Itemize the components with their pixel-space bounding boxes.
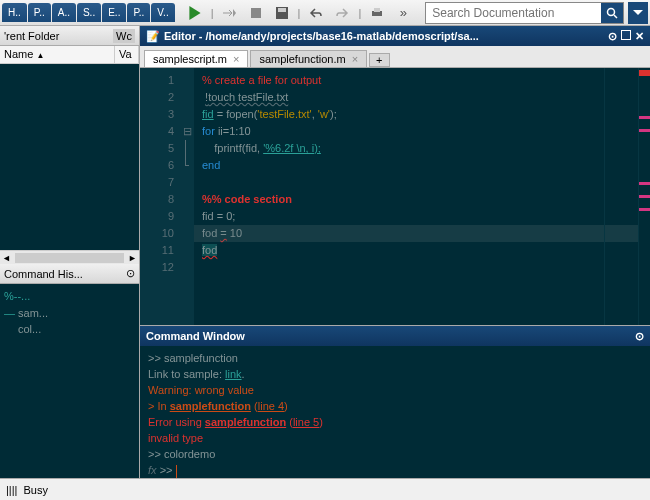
close-tab-icon[interactable]: × bbox=[352, 53, 358, 65]
col-value[interactable]: Va bbox=[115, 46, 139, 63]
file-tab[interactable]: samplefunction.m× bbox=[250, 50, 367, 67]
folder-tree[interactable] bbox=[0, 64, 139, 250]
fold-gutter[interactable]: ⊟ bbox=[180, 68, 194, 325]
folder-columns[interactable]: Name ▲ Va bbox=[0, 46, 139, 64]
tab-apps[interactable]: A.. bbox=[52, 3, 76, 22]
svg-rect-2 bbox=[278, 8, 286, 12]
tab-view[interactable]: V.. bbox=[151, 3, 174, 22]
folder-panel-title: 'rent Folder Wc bbox=[0, 26, 139, 46]
status-bar: |||| Busy bbox=[0, 478, 650, 500]
file-tabs: samplescript.m× samplefunction.m× + bbox=[140, 46, 650, 68]
save-button[interactable] bbox=[272, 3, 292, 23]
svg-line-6 bbox=[614, 15, 617, 18]
run-button[interactable] bbox=[185, 3, 205, 23]
tab-shortcuts[interactable]: S.. bbox=[77, 3, 101, 22]
gear-icon[interactable]: ⊙ bbox=[608, 30, 617, 43]
search-box[interactable] bbox=[425, 2, 624, 24]
history-item[interactable]: %--... bbox=[4, 288, 135, 305]
file-tab-active[interactable]: samplescript.m× bbox=[144, 50, 248, 67]
print-button[interactable] bbox=[367, 3, 387, 23]
tab-publish[interactable]: P.. bbox=[127, 3, 150, 22]
separator: | bbox=[298, 7, 301, 19]
editor-title: Editor - /home/andy/projects/base16-matl… bbox=[164, 30, 479, 42]
svg-rect-0 bbox=[251, 8, 261, 18]
command-window-header: Command Window ⊙ bbox=[140, 326, 650, 346]
search-input[interactable] bbox=[426, 6, 601, 20]
maximize-icon[interactable] bbox=[621, 30, 631, 40]
layout-menu[interactable] bbox=[628, 2, 648, 24]
stop-button[interactable] bbox=[246, 3, 266, 23]
history-item[interactable]: col... bbox=[4, 321, 135, 338]
minimap[interactable] bbox=[638, 68, 650, 325]
folder-scrollbar[interactable]: ◄► bbox=[0, 250, 139, 264]
tab-editor[interactable]: E.. bbox=[102, 3, 126, 22]
main-tabs: H.. P.. A.. S.. E.. P.. V.. bbox=[0, 3, 177, 22]
status-text: Busy bbox=[23, 484, 47, 496]
gear-icon[interactable]: ⊙ bbox=[126, 267, 135, 280]
undo-button[interactable] bbox=[306, 3, 326, 23]
command-window[interactable]: >> samplefunction Link to sample: link. … bbox=[140, 346, 650, 478]
editor-header: 📝 Editor - /home/andy/projects/base16-ma… bbox=[140, 26, 650, 46]
gear-icon[interactable]: ⊙ bbox=[635, 330, 644, 343]
redo-button[interactable] bbox=[332, 3, 352, 23]
history-item[interactable]: — sam... bbox=[4, 305, 135, 322]
col-name[interactable]: Name ▲ bbox=[0, 46, 115, 63]
separator: | bbox=[358, 7, 361, 19]
tab-plots[interactable]: P.. bbox=[28, 3, 51, 22]
editor-area[interactable]: 123456789101112 ⊟ % create a file for ou… bbox=[140, 68, 650, 325]
command-history[interactable]: %--... — sam... col... bbox=[0, 284, 139, 478]
more-button[interactable]: » bbox=[393, 3, 413, 23]
svg-rect-4 bbox=[374, 8, 380, 12]
code-content[interactable]: % create a file for output !touch testFi… bbox=[194, 68, 638, 325]
line-numbers: 123456789101112 bbox=[140, 68, 180, 325]
close-icon[interactable]: ✕ bbox=[635, 30, 644, 43]
svg-point-5 bbox=[608, 8, 615, 15]
separator: | bbox=[211, 7, 214, 19]
search-icon[interactable] bbox=[601, 3, 623, 23]
wc-badge: Wc bbox=[113, 29, 135, 43]
new-tab-button[interactable]: + bbox=[369, 53, 389, 67]
status-indicator: |||| bbox=[6, 484, 17, 496]
tab-home[interactable]: H.. bbox=[2, 3, 27, 22]
fx-indicator: fx bbox=[148, 464, 157, 476]
history-panel-title: Command His... ⊙ bbox=[0, 264, 139, 284]
step-button[interactable] bbox=[220, 3, 240, 23]
close-tab-icon[interactable]: × bbox=[233, 53, 239, 65]
